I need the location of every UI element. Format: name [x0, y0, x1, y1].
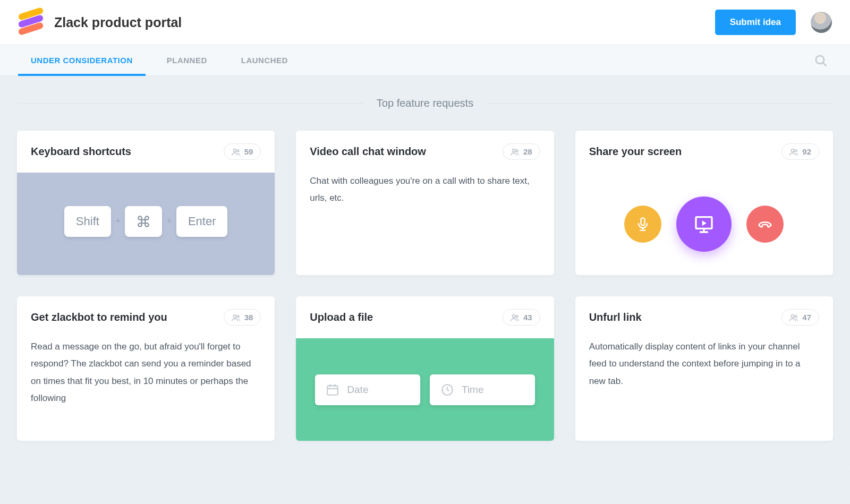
feature-card[interactable]: Unfurl link 47 Automatically display con… — [575, 296, 833, 441]
app-logo — [18, 11, 44, 34]
vote-count: 43 — [523, 313, 532, 322]
search-icon[interactable] — [810, 49, 832, 72]
app-root: Zlack product portal Submit idea UNDER C… — [0, 0, 850, 473]
field-label: Time — [462, 384, 484, 396]
submit-idea-button[interactable]: Submit idea — [715, 10, 796, 35]
share-illustration — [575, 173, 833, 275]
vote-count: 28 — [523, 147, 532, 156]
field-label: Date — [347, 384, 368, 396]
calendar-icon — [326, 383, 339, 397]
vote-count: 59 — [244, 147, 253, 156]
svg-point-4 — [512, 149, 515, 151]
tabbar: UNDER CONSIDERATION PLANNED LAUNCHED — [0, 45, 850, 76]
hangup-icon — [746, 206, 784, 243]
svg-point-12 — [237, 315, 239, 318]
card-body-text: Chat with colleagues you're on a call wi… — [310, 173, 540, 207]
topbar: Zlack product portal Submit idea — [0, 0, 850, 45]
svg-point-13 — [512, 314, 515, 317]
tab-planned[interactable]: PLANNED — [154, 45, 220, 75]
card-body-text: Automatically display content of links i… — [589, 338, 819, 390]
vote-count: 92 — [802, 147, 811, 156]
vote-pill[interactable]: 59 — [224, 143, 261, 160]
users-icon — [789, 314, 798, 321]
vote-pill[interactable]: 28 — [503, 143, 540, 160]
vote-pill[interactable]: 38 — [224, 309, 261, 326]
key-shift: Shift — [64, 206, 111, 237]
svg-point-7 — [795, 150, 797, 152]
svg-point-6 — [792, 149, 794, 151]
svg-point-14 — [516, 315, 518, 318]
feature-card[interactable]: Share your screen 92 — [575, 131, 833, 275]
avatar[interactable] — [811, 12, 832, 33]
svg-line-1 — [823, 63, 826, 65]
clock-icon — [440, 383, 454, 397]
svg-point-5 — [516, 150, 518, 152]
card-title: Keyboard shortcuts — [31, 146, 224, 158]
card-title: Video call chat window — [310, 146, 503, 158]
vote-pill[interactable]: 47 — [781, 309, 819, 326]
users-icon — [232, 148, 240, 156]
users-icon — [789, 148, 798, 156]
upload-illustration: Date Time — [296, 338, 554, 441]
section-divider: Top feature requests — [17, 97, 833, 109]
section-title: Top feature requests — [364, 97, 486, 109]
svg-point-27 — [795, 315, 797, 318]
svg-point-3 — [237, 150, 239, 152]
date-field: Date — [315, 374, 420, 405]
key-command — [125, 206, 162, 237]
time-field: Time — [430, 374, 535, 405]
vote-pill[interactable]: 92 — [781, 143, 819, 160]
key-enter: Enter — [176, 206, 228, 237]
users-icon — [511, 148, 519, 156]
users-icon — [232, 314, 240, 321]
tab-under-consideration[interactable]: UNDER CONSIDERATION — [18, 45, 146, 75]
feature-card[interactable]: Keyboard shortcuts 59 Shift + + — [17, 131, 275, 275]
feature-card[interactable]: Video call chat window 28 Chat with coll… — [296, 131, 554, 275]
plus-icon: + — [115, 216, 121, 227]
vote-count: 47 — [802, 313, 811, 322]
vote-pill[interactable]: 43 — [503, 309, 540, 326]
app-title: Zlack product portal — [54, 15, 715, 30]
content: Top feature requests Keyboard shortcuts … — [0, 76, 850, 473]
users-icon — [511, 314, 519, 321]
feature-card[interactable]: Upload a file 43 Date — [296, 296, 554, 441]
svg-rect-15 — [328, 386, 338, 395]
tab-launched[interactable]: LAUNCHED — [228, 45, 301, 75]
plus-icon: + — [166, 216, 172, 227]
card-body-text: Read a message on the go, but afraid you… — [31, 338, 261, 407]
svg-marker-10 — [702, 220, 707, 226]
svg-point-2 — [233, 149, 236, 151]
vote-count: 38 — [244, 313, 253, 322]
card-title: Unfurl link — [589, 311, 782, 323]
mic-icon — [624, 206, 661, 243]
card-title: Share your screen — [589, 146, 782, 158]
keyboard-illustration: Shift + + Enter — [17, 173, 275, 275]
svg-point-11 — [233, 314, 236, 317]
svg-rect-8 — [641, 218, 645, 225]
svg-point-26 — [792, 314, 794, 317]
screen-share-icon — [676, 197, 732, 252]
card-grid: Keyboard shortcuts 59 Shift + + — [17, 131, 833, 441]
card-title: Get zlackbot to remind you — [31, 311, 224, 323]
feature-card[interactable]: Get zlackbot to remind you 38 Read a mes… — [17, 296, 275, 441]
card-title: Upload a file — [310, 311, 503, 323]
